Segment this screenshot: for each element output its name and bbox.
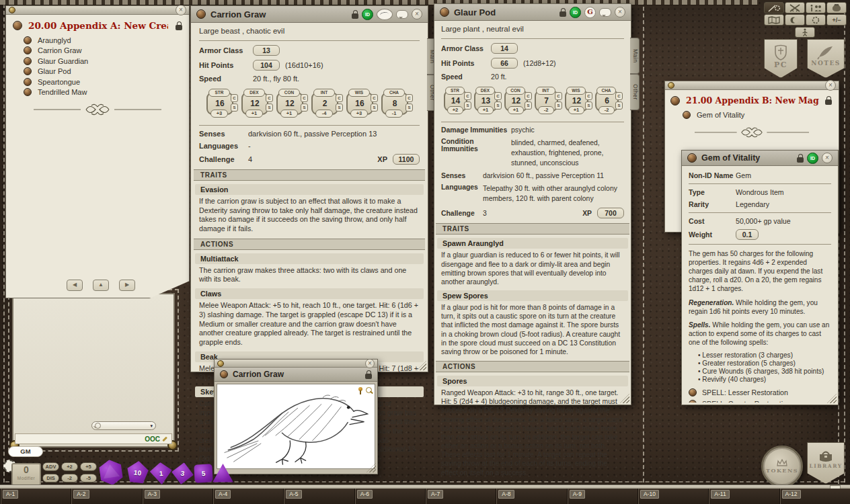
ability-modifier[interactable]: -4 [315, 110, 333, 118]
images-maps-button[interactable] [764, 14, 784, 26]
options-tool-button[interactable] [764, 2, 784, 13]
ability-check-button[interactable]: C [266, 94, 273, 102]
hotkey-slot[interactable]: A-10 [638, 489, 708, 504]
ability-check-button[interactable]: C [555, 92, 562, 100]
item-sheet-gem-of-vitality[interactable]: Gem of Vitality ID × Non-ID NameGem Type… [681, 150, 839, 405]
ability-check-button[interactable]: C [615, 92, 623, 100]
lock-icon[interactable] [825, 99, 832, 105]
ability-check-button[interactable]: C [336, 94, 343, 102]
image-link-icon[interactable] [220, 370, 228, 378]
chat-speaker-select[interactable]: ▾ [91, 421, 156, 430]
quick-modifier-button[interactable]: +5 [80, 462, 97, 471]
image-canvas[interactable] [217, 384, 375, 469]
calendar-moon-button[interactable] [785, 14, 805, 26]
id-badge[interactable]: ID [362, 9, 373, 20]
window-drag-bar[interactable]: × [215, 360, 377, 368]
id-badge[interactable]: ID [807, 153, 818, 164]
link-bullet-icon[interactable] [689, 400, 697, 403]
d20-die[interactable] [97, 458, 126, 487]
window-title-bar[interactable]: Carrion Graw ID × [191, 6, 428, 23]
ability-check-button[interactable]: C [464, 92, 471, 100]
hotkey-slot[interactable]: A-6 [354, 489, 425, 504]
ability-score-widget[interactable]: 14 STR +2 C S [442, 87, 472, 115]
creature-link[interactable]: Speartongue [24, 78, 189, 86]
ability-score-widget[interactable]: 12 CON +1 C S [502, 87, 533, 115]
link-bullet-icon[interactable] [24, 36, 32, 44]
tab-other[interactable]: Other [630, 74, 640, 110]
chat-bubble-icon[interactable] [396, 10, 408, 19]
chat-entry-row[interactable]: OOC [15, 433, 172, 444]
modifiers-button[interactable]: +/− [826, 14, 847, 26]
ability-save-button[interactable]: S [301, 103, 308, 112]
tokens-stamp-button[interactable]: TOKENS [761, 446, 803, 487]
item-link-icon[interactable] [687, 153, 697, 163]
lock-icon[interactable] [365, 374, 372, 379]
close-button[interactable]: × [615, 7, 625, 17]
lock-icon[interactable] [559, 11, 566, 17]
image-window-carrion-graw[interactable]: × Carrion Graw [214, 359, 378, 474]
story-link-icon[interactable] [670, 96, 680, 106]
quick-modifier-button[interactable]: -5 [80, 474, 97, 482]
party-sheet-button[interactable] [806, 2, 826, 13]
d6-die[interactable]: 5 [194, 464, 212, 482]
ability-save-button[interactable]: S [615, 101, 623, 110]
lock-icon[interactable] [352, 13, 358, 19]
creature-token-icon[interactable]: G [584, 7, 596, 18]
xp-value[interactable]: 700 [597, 208, 624, 218]
ability-modifier[interactable]: +3 [210, 110, 228, 118]
link-bullet-icon[interactable] [24, 57, 32, 65]
ability-save-button[interactable]: S [525, 101, 532, 110]
creature-token-icon[interactable] [377, 9, 393, 20]
ability-save-button[interactable]: S [555, 101, 562, 110]
ability-check-button[interactable]: C [525, 92, 532, 100]
chat-bubble-icon[interactable] [599, 8, 611, 17]
hotkey-slot[interactable]: A-4 [212, 489, 283, 504]
effects-ring-button[interactable] [806, 14, 826, 26]
window-title-bar[interactable]: Gem of Vitality ID × [682, 151, 838, 166]
ability-save-button[interactable]: S [231, 103, 238, 112]
image-title-bar[interactable]: Carrion Graw [215, 368, 377, 382]
link-bullet-icon[interactable] [24, 78, 32, 86]
close-button[interactable]: × [365, 359, 375, 368]
hotkey-slot[interactable]: A-5 [283, 489, 354, 504]
ability-check-button[interactable]: C [405, 94, 413, 102]
spell-link[interactable]: SPELL: Lesser Restoration [689, 388, 831, 396]
magnifier-icon[interactable] [366, 387, 372, 393]
ability-save-button[interactable]: S [494, 101, 502, 110]
ability-modifier[interactable]: +3 [350, 110, 368, 118]
quick-modifier-button[interactable]: DIS [42, 474, 59, 482]
ability-modifier[interactable]: -2 [598, 106, 615, 114]
hotkey-slot[interactable]: A-1 [0, 489, 71, 504]
hotkey-slot[interactable]: A-9 [567, 489, 638, 504]
armor-class-value[interactable]: 14 [491, 43, 518, 54]
npc-sheet-glaur-pod[interactable]: Main Other Glaur Pod ID G × Large plant … [434, 3, 631, 405]
window-handle-icon[interactable] [9, 7, 15, 13]
story-window-appendix-a[interactable]: × 20.00 Appendix A: New Creatures and Ar… [5, 5, 190, 298]
id-badge[interactable]: ID [570, 7, 581, 18]
modifier-box[interactable]: 0 Modifier [11, 463, 41, 486]
chevron-down-icon[interactable]: ▾ [150, 423, 153, 428]
story-link-icon[interactable] [13, 21, 22, 30]
ability-modifier[interactable]: -2 [538, 106, 554, 114]
hit-points-value[interactable]: 104 [253, 60, 280, 71]
link-bullet-icon[interactable] [683, 111, 691, 119]
ability-save-button[interactable]: S [336, 103, 343, 112]
item-type-value[interactable]: Wondrous Item [736, 188, 784, 196]
quick-modifier-button[interactable]: ADV [42, 462, 59, 471]
ability-save-button[interactable]: S [266, 103, 273, 112]
ability-modifier[interactable]: +1 [245, 110, 263, 118]
close-button[interactable]: × [825, 80, 836, 91]
items-pouch-button[interactable] [826, 2, 847, 13]
link-bullet-icon[interactable] [24, 67, 32, 75]
ability-modifier[interactable]: +1 [568, 106, 584, 114]
ability-modifier[interactable]: +1 [508, 106, 524, 114]
link-bullet-icon[interactable] [24, 46, 32, 54]
hotkey-slot[interactable]: A-12 [779, 489, 850, 504]
tab-main[interactable]: Main [630, 38, 640, 74]
lock-icon[interactable] [797, 157, 804, 163]
hotkey-slot[interactable]: A-8 [496, 489, 566, 504]
armor-class-value[interactable]: 13 [253, 45, 280, 56]
item-rarity-value[interactable]: Legendary [736, 200, 769, 208]
ability-save-button[interactable]: S [585, 101, 592, 110]
gm-identity-pill[interactable]: GM [8, 446, 43, 457]
